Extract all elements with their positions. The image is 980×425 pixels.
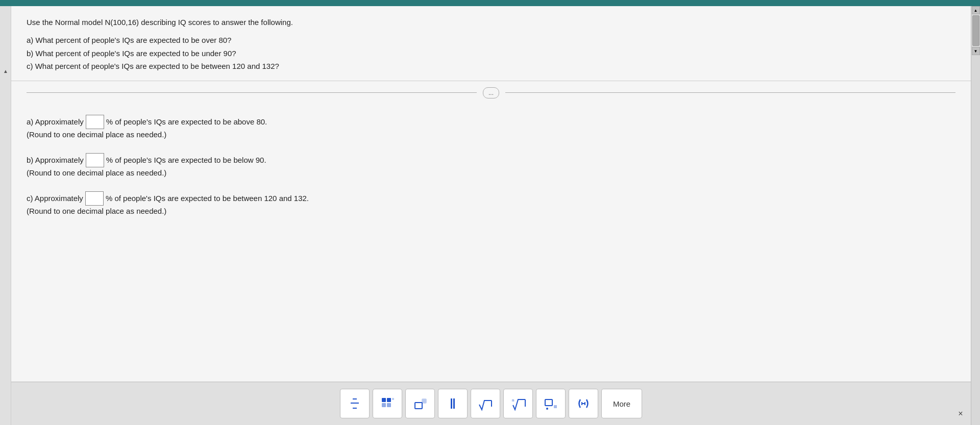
answer-a-prefix: a) Approximately <box>27 116 84 128</box>
answer-line-c: c) Approximately % of people's IQs are e… <box>27 191 955 206</box>
main-container: ▲ Use the Normal model N(100,16) describ… <box>0 0 980 425</box>
scrollbar-thumb[interactable] <box>972 15 979 46</box>
separator-line-left <box>27 92 477 93</box>
answer-line-b: b) Approximately % of people's IQs are e… <box>27 153 955 167</box>
svg-rect-0 <box>351 403 359 404</box>
svg-rect-1 <box>353 398 357 399</box>
sub-question-c: c) What percent of people's IQs are expe… <box>27 60 955 73</box>
svg-point-19 <box>546 408 548 410</box>
separator-line-right <box>505 92 955 93</box>
matrix-button[interactable] <box>373 389 402 418</box>
svg-rect-2 <box>353 408 357 409</box>
subscript-button[interactable] <box>536 389 566 418</box>
left-margin: ▲ <box>0 6 11 425</box>
svg-rect-10 <box>451 398 452 409</box>
answer-c-prefix: c) Approximately <box>27 192 83 205</box>
answer-block-a: a) Approximately % of people's IQs are e… <box>27 115 955 139</box>
sub-question-a: a) What percent of people's IQs are expe… <box>27 34 955 47</box>
answer-c-suffix: % of people's IQs are expected to be bet… <box>106 192 309 205</box>
svg-rect-11 <box>453 398 455 409</box>
superscript-button[interactable] <box>405 389 435 418</box>
answers-section: a) Approximately % of people's IQs are e… <box>11 105 971 382</box>
question-intro: Use the Normal model N(100,16) describin… <box>27 16 955 29</box>
more-button[interactable]: More <box>601 389 642 418</box>
separator-area: ... <box>11 81 971 105</box>
collapse-arrow-icon[interactable]: ▲ <box>2 67 9 74</box>
svg-rect-17 <box>545 399 552 406</box>
nth-root-button[interactable]: n <box>503 389 533 418</box>
svg-rect-3 <box>382 398 386 402</box>
answer-a-suffix: % of people's IQs are expected to be abo… <box>106 116 267 128</box>
svg-rect-18 <box>554 405 557 408</box>
svg-rect-8 <box>415 403 422 409</box>
sub-question-b: b) What percent of people's IQs are expe… <box>27 47 955 60</box>
parentheses-button[interactable] <box>569 389 598 418</box>
scrollbar: ▲ ▼ <box>971 6 980 425</box>
svg-rect-4 <box>387 398 391 402</box>
answer-b-input[interactable] <box>86 153 104 167</box>
svg-rect-5 <box>382 403 386 407</box>
separator-dots[interactable]: ... <box>483 87 499 98</box>
svg-rect-6 <box>387 403 391 407</box>
svg-text:n: n <box>512 398 514 403</box>
question-section: Use the Normal model N(100,16) describin… <box>11 6 971 81</box>
answer-a-input[interactable] <box>86 115 104 129</box>
content-area: ▲ Use the Normal model N(100,16) describ… <box>0 6 980 425</box>
fraction-button[interactable] <box>340 389 370 418</box>
answer-block-c: c) Approximately % of people's IQs are e… <box>27 191 955 215</box>
answer-line-a: a) Approximately % of people's IQs are e… <box>27 115 955 129</box>
scrollbar-down-button[interactable]: ▼ <box>972 47 980 55</box>
absolute-value-button[interactable] <box>438 389 468 418</box>
close-icon: × <box>958 409 963 418</box>
sqrt-button[interactable] <box>471 389 500 418</box>
more-label: More <box>613 399 630 408</box>
sub-questions: a) What percent of people's IQs are expe… <box>27 34 955 73</box>
close-button[interactable]: × <box>955 409 966 419</box>
answer-block-b: b) Approximately % of people's IQs are e… <box>27 153 955 177</box>
answer-b-suffix: % of people's IQs are expected to be bel… <box>106 154 266 166</box>
svg-rect-9 <box>422 399 426 403</box>
top-bar <box>0 0 980 6</box>
bottom-toolbar: n <box>11 382 971 425</box>
answer-b-round-note: (Round to one decimal place as needed.) <box>27 168 955 177</box>
scrollbar-up-button[interactable]: ▲ <box>972 6 980 14</box>
answer-c-input[interactable] <box>85 191 104 206</box>
main-panel: Use the Normal model N(100,16) describin… <box>11 6 971 425</box>
svg-rect-7 <box>392 398 394 400</box>
answer-a-round-note: (Round to one decimal place as needed.) <box>27 130 955 139</box>
answer-b-prefix: b) Approximately <box>27 154 84 166</box>
answer-c-round-note: (Round to one decimal place as needed.) <box>27 207 955 215</box>
